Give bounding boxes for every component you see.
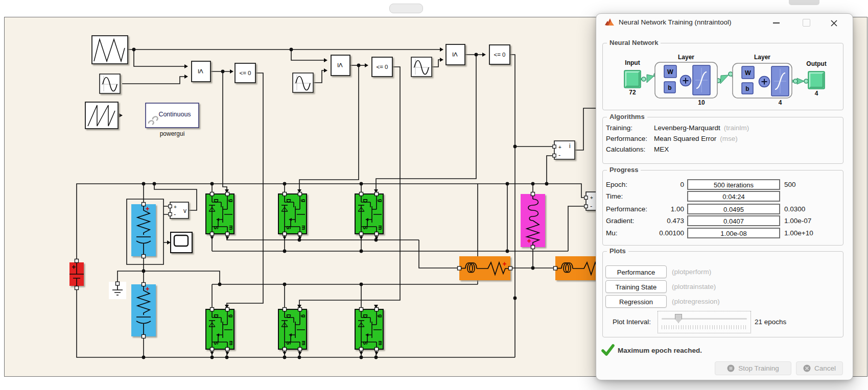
- nn-input-label: Input: [625, 59, 640, 66]
- nntraintool-dialog: Neural Network Training (nntraintool) Ne…: [596, 13, 853, 380]
- ground-symbol[interactable]: [109, 282, 126, 299]
- nn-layer2-label: Layer: [754, 54, 770, 61]
- algorithm-row: Performance:Mean Squared Error(mse): [606, 135, 738, 142]
- relational-operator-3[interactable]: ≤: [446, 44, 465, 65]
- algorithm-row: Training:Levenberg-Marquardt(trainlm): [606, 124, 749, 132]
- check-icon: [601, 343, 615, 357]
- svg-text:S: S: [286, 341, 292, 345]
- svg-text:D: D: [286, 199, 292, 203]
- plot-interval-value: 21 epochs: [755, 318, 786, 326]
- cancel-icon: [803, 364, 811, 372]
- nn-output-size: 4: [815, 90, 818, 97]
- plot-code: (plotregression): [672, 295, 720, 308]
- mu-progress-bar: 1.00e-08: [687, 228, 780, 238]
- close-icon: [830, 19, 838, 27]
- svg-text:m: m: [301, 225, 307, 230]
- rc-branch-1[interactable]: [131, 203, 156, 258]
- sine-wave-source-2[interactable]: [293, 73, 313, 92]
- progress-row-performance: Performance: 1.00 0.0495 0.0300: [603, 204, 843, 214]
- mosfet-block-1[interactable]: D g S m: [206, 192, 234, 240]
- triangle-wave-source[interactable]: [92, 36, 128, 64]
- svg-text:S: S: [286, 226, 292, 229]
- performance-plot-button[interactable]: Performance: [605, 265, 667, 278]
- nn-bias-label-2: b: [745, 85, 749, 92]
- progress-row-epoch: Epoch: 0 500 iterations 500: [603, 179, 843, 190]
- rl-branch-horizontal-1[interactable]: [458, 256, 512, 280]
- sine-wave-source-1[interactable]: [100, 74, 120, 93]
- sine-wave-source-3[interactable]: [411, 57, 432, 77]
- svg-text:≤: ≤: [451, 53, 460, 57]
- powergui-block[interactable]: Continuous: [146, 103, 199, 128]
- relational-operator-1[interactable]: ≤: [192, 61, 210, 82]
- performance-progress-bar: 0.0495: [687, 204, 780, 214]
- network-diagram: Input 72 Layer 10 Layer 4 Output 4 W b W…: [603, 43, 842, 109]
- nn-bias-label: b: [668, 84, 671, 91]
- voltage-measurement-block[interactable]: + - v: [169, 202, 189, 218]
- close-button[interactable]: [827, 17, 840, 28]
- rl-branch-vertical[interactable]: [521, 192, 545, 249]
- svg-text:S: S: [213, 341, 219, 345]
- powergui-label: powergui: [160, 130, 185, 137]
- gradient-progress-bar: 0.0407: [687, 215, 780, 226]
- neural-network-group: Neural Network: [602, 43, 843, 110]
- svg-text:m: m: [228, 340, 234, 345]
- progress-row-gradient: Gradient: 0.473 0.0407 1.00e-07: [603, 215, 843, 226]
- rc-branch-2[interactable]: [131, 283, 156, 338]
- slider-thumb[interactable]: [675, 314, 682, 323]
- minimize-button[interactable]: [770, 17, 783, 28]
- maximize-button: [800, 17, 813, 28]
- powergui-title: Continuous: [158, 111, 191, 118]
- nn-input-size: 72: [629, 89, 636, 96]
- stop-training-button[interactable]: Stop Training: [715, 361, 791, 375]
- epoch-progress-bar: 500 iterations: [687, 179, 780, 190]
- nn-output-label: Output: [806, 60, 826, 67]
- current-measurement-block[interactable]: + i -: [553, 141, 575, 159]
- progress-row-mu: Mu: 0.00100 1.00e-08 1.00e+10: [603, 228, 843, 238]
- compare-to-zero-2[interactable]: <= 0: [372, 57, 392, 77]
- regression-plot-button[interactable]: Regression: [605, 295, 667, 308]
- stop-icon: [727, 364, 735, 372]
- nn-weight-label-2: W: [745, 69, 751, 77]
- mosfet-block-2[interactable]: D g S m: [278, 192, 307, 240]
- slider-track[interactable]: [662, 318, 747, 320]
- svg-text:S: S: [213, 226, 219, 229]
- mosfet-block-6[interactable]: D g S m: [355, 308, 384, 355]
- cancel-button[interactable]: Cancel: [796, 361, 843, 375]
- svg-text:i: i: [569, 142, 571, 150]
- svg-text:g: g: [378, 314, 384, 318]
- mosfet-block-4[interactable]: D g S m: [206, 308, 234, 355]
- sawtooth-source[interactable]: [85, 102, 118, 129]
- junction-dots: [132, 48, 549, 359]
- svg-text:+: +: [590, 195, 593, 201]
- svg-text:-: -: [174, 210, 176, 218]
- svg-text:S: S: [362, 341, 368, 345]
- svg-text:-: -: [590, 202, 592, 210]
- svg-text:g: g: [301, 199, 307, 202]
- svg-text:S: S: [362, 226, 368, 229]
- training-state-plot-button[interactable]: Training State: [605, 280, 667, 293]
- svg-text:m: m: [301, 340, 307, 345]
- plot-interval-label: Plot Interval:: [613, 318, 651, 326]
- compare-to-zero-1[interactable]: <= 0: [235, 63, 255, 83]
- compare-to-zero-3[interactable]: <= 0: [489, 45, 510, 64]
- nn-layer1-size: 10: [698, 99, 705, 106]
- nn-layer2-size: 4: [779, 99, 782, 106]
- svg-text:g: g: [301, 314, 307, 318]
- mosfet-block-5[interactable]: D g S m: [278, 308, 307, 355]
- matlab-icon: [604, 17, 615, 28]
- dc-voltage-source[interactable]: [69, 259, 84, 290]
- mosfet-block-3[interactable]: D g S m: [355, 192, 384, 240]
- plot-interval-slider[interactable]: [658, 311, 751, 333]
- progress-row-time: Time: 0:04:24: [603, 191, 843, 202]
- relational-operator-2[interactable]: ≤: [331, 55, 350, 76]
- dialog-titlebar[interactable]: Neural Network Training (nntraintool): [596, 14, 853, 31]
- svg-text:D: D: [362, 199, 368, 203]
- scope-block[interactable]: [171, 232, 192, 253]
- svg-text:<= 0: <= 0: [239, 70, 251, 76]
- status-message: Maximum epoch reached.: [618, 347, 702, 354]
- svg-text:D: D: [213, 199, 219, 203]
- svg-text:v: v: [183, 207, 186, 214]
- group-label: Progress: [607, 166, 641, 174]
- group-label: Plots: [607, 247, 628, 255]
- svg-text:≤: ≤: [336, 63, 345, 68]
